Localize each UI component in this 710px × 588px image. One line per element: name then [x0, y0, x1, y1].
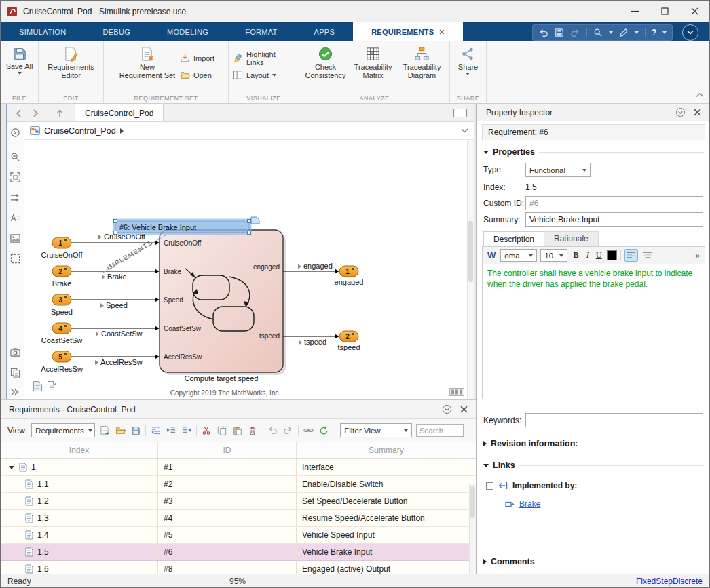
save-requirement-set-button[interactable] [130, 423, 142, 437]
redo-button[interactable] [282, 423, 294, 437]
toolstrip-options-button[interactable] [682, 24, 698, 41]
font-family-select[interactable]: oma [500, 249, 537, 262]
column-header-index[interactable]: Index [1, 442, 158, 458]
layout-button[interactable]: Layout [233, 69, 295, 81]
check-consistency-button[interactable]: Check Consistency [303, 44, 348, 92]
sample-time-legend-icon[interactable] [33, 380, 43, 392]
summary-input[interactable] [525, 212, 703, 227]
import-button[interactable]: Import [180, 52, 214, 64]
chart-caption[interactable]: Compute target speed [185, 374, 259, 383]
description-editor[interactable]: The controller shall have a vehicle brak… [483, 264, 705, 399]
tab-requirements[interactable]: REQUIREMENTS [353, 22, 463, 41]
outport-block-engaged[interactable]: 1 engaged [335, 266, 364, 286]
document-tab[interactable]: CruiseControl_Pod [75, 104, 164, 121]
model-canvas[interactable]: CruiseOnOff Brake Speed CoastSetSw Accel… [24, 140, 468, 399]
undo-icon[interactable] [538, 28, 548, 38]
inport-block-cruiseonoff[interactable]: 1 CruiseOnOff [41, 237, 83, 259]
open-button[interactable]: Open [180, 69, 214, 81]
annotate-icon[interactable] [619, 28, 629, 37]
signal-label[interactable]: tspeed [304, 338, 326, 346]
zoom-icon[interactable] [10, 152, 20, 162]
requirements-editor-button[interactable]: Requirements Editor [44, 44, 98, 92]
search-icon[interactable] [593, 28, 603, 37]
inport-block-coastsetsw[interactable]: 4 CoastSetSw [41, 323, 83, 345]
tab-rationale[interactable]: Rationale [544, 231, 599, 246]
add-child-requirement-button[interactable] [150, 423, 162, 437]
tab-simulation[interactable]: SIMULATION [1, 22, 84, 41]
italic-button[interactable]: I [584, 250, 591, 260]
bold-button[interactable]: B [571, 250, 580, 260]
table-row[interactable]: 1.1 #2 Enable/Disable Switch [1, 476, 476, 493]
outport-block-tspeed[interactable]: 2 tspeed [337, 331, 360, 351]
inport-block-brake[interactable]: 2 Brake [52, 266, 72, 288]
breadcrumb-model-name[interactable]: CruiseControl_Pod [44, 126, 116, 136]
delete-button[interactable] [247, 423, 259, 437]
add-link-button[interactable] [303, 423, 314, 437]
close-button[interactable] [679, 1, 709, 22]
up-to-parent-icon[interactable] [54, 108, 65, 119]
table-row-selected[interactable]: 1.5 #6 Vehicle Brake Input [1, 544, 476, 561]
back-icon[interactable] [14, 108, 24, 119]
keywords-input[interactable] [525, 413, 703, 427]
tab-apps[interactable]: APPS [296, 22, 354, 41]
panel-menu-icon[interactable] [442, 404, 452, 414]
signal-label[interactable]: CoastSetSw [101, 330, 143, 338]
table-row[interactable]: 1.6 #8 Engaged (active) Output [1, 561, 476, 574]
selection-handle[interactable] [114, 220, 117, 223]
minimize-button[interactable] [620, 1, 650, 22]
table-row[interactable]: 1.4 #5 Vehicle Speed Input [1, 527, 476, 544]
table-row[interactable]: 1 #1 Interface [1, 459, 476, 476]
table-row[interactable]: 1.2 #3 Set Speed/Decelerate Button [1, 493, 476, 510]
link-target[interactable]: Brake [519, 499, 540, 509]
table-row[interactable]: 1.3 #4 Resume Speed/Accelerate Button [1, 510, 476, 527]
filter-view-select[interactable]: Filter View [340, 423, 412, 437]
collapse-link-group-icon[interactable] [486, 482, 493, 490]
save-icon[interactable] [555, 28, 564, 37]
word-export-icon[interactable]: W [486, 250, 497, 260]
column-header-summary[interactable]: Summary [297, 442, 476, 458]
selection-handle[interactable] [114, 231, 117, 235]
zoom-pane-button[interactable] [449, 388, 464, 396]
view-select[interactable]: Requirements [31, 423, 95, 437]
expander-icon[interactable] [9, 466, 14, 469]
panel-menu-icon[interactable] [675, 107, 686, 117]
annotate-caret-icon[interactable] [635, 31, 639, 34]
share-button[interactable]: Share [458, 44, 478, 92]
refresh-button[interactable] [318, 423, 329, 437]
help-caret-icon[interactable] [662, 31, 667, 34]
close-panel-icon[interactable] [460, 406, 468, 413]
tab-format[interactable]: FORMAT [227, 22, 295, 41]
fit-to-view-icon[interactable] [10, 172, 20, 182]
show-more-tools-icon[interactable] [10, 388, 20, 396]
scrollbar-thumb[interactable] [468, 221, 473, 282]
column-header-id[interactable]: ID [158, 442, 297, 458]
demote-requirement-button[interactable] [181, 423, 192, 437]
signal-label[interactable]: Brake [107, 273, 127, 281]
close-panel-icon[interactable] [694, 109, 701, 116]
help-icon[interactable]: ? [652, 28, 656, 37]
inport-block-speed[interactable]: 3 Speed [51, 294, 73, 316]
custom-id-input[interactable] [525, 196, 703, 210]
type-select[interactable]: Functional [525, 163, 591, 177]
scrollbar-thumb[interactable] [470, 486, 475, 518]
signal-label[interactable]: Speed [106, 301, 128, 309]
reroute-lines-icon[interactable] [10, 193, 20, 203]
canvas-vertical-scrollbar[interactable] [467, 140, 474, 399]
collapse-ribbon-button[interactable] [696, 92, 704, 98]
properties-section-header[interactable]: Properties [483, 147, 704, 157]
solver-name[interactable]: FixedStepDiscrete [636, 576, 703, 586]
forward-icon[interactable] [30, 108, 41, 119]
breadcrumb-dropdown-button[interactable] [461, 128, 468, 133]
align-left-button[interactable] [624, 249, 638, 262]
area-icon[interactable] [10, 254, 20, 264]
image-icon[interactable] [10, 233, 20, 243]
requirement-annotation[interactable]: #6: Vehicle Brake Input [114, 217, 260, 235]
close-tab-icon[interactable] [439, 29, 445, 35]
search-caret-icon[interactable] [609, 31, 613, 34]
font-color-button[interactable] [607, 250, 617, 260]
tab-modeling[interactable]: MODELING [149, 22, 227, 41]
keyboard-shortcuts-button[interactable] [453, 109, 467, 117]
promote-requirement-button[interactable] [166, 423, 177, 437]
cut-button[interactable] [201, 423, 212, 437]
underline-button[interactable]: U [595, 250, 603, 260]
